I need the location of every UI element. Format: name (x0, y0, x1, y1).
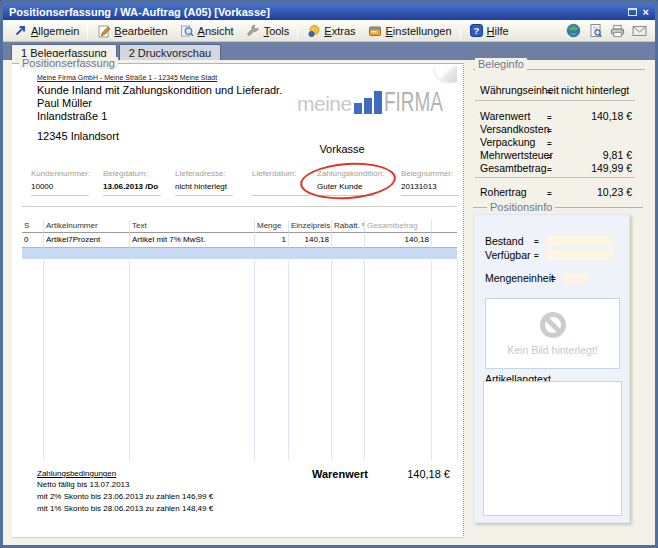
title-bar: Positionserfassung / WA-Auftrag (A05) [V… (3, 3, 655, 20)
info-row-mehrwertsteuer: Mehrwertsteuer = 9,81 € (480, 149, 632, 161)
equals-sign: = (551, 274, 563, 283)
grid-line (331, 260, 332, 460)
menu-extras[interactable]: Extras (300, 21, 361, 40)
grid-line (129, 260, 130, 460)
menu-hilfe[interactable]: ? Hilfe (463, 21, 515, 40)
payment-terms-line: mit 2% Skonto bis 23.06.2013 zu zahlen 1… (37, 492, 213, 501)
beleginfo-panel: Beleginfo Währungseinheit = nicht hinter… (465, 60, 651, 541)
table-row[interactable]: 0 Artikel7Prozent Artikel mit 7% MwSt. 1… (22, 233, 457, 248)
printer-icon[interactable] (610, 23, 625, 38)
grid-line (457, 260, 458, 460)
grid-line (288, 260, 289, 460)
address-line: Kunde Inland mit Zahlungskondition und L… (37, 84, 282, 96)
address-line: 12345 Inlandsort (37, 130, 119, 142)
logo-text-meine: meine (297, 92, 352, 115)
content-area: Positionserfassung Meine Firma GmbH - Me… (7, 60, 651, 541)
field-belegnummer: Belegnummer: 20131013 (401, 169, 467, 196)
page-curl-icon (435, 66, 457, 82)
field-verfuegbar: Verfügbar = (485, 249, 613, 261)
field-bestand: Bestand = (485, 235, 613, 247)
info-row-versandkosten: Versandkosten = (480, 123, 632, 135)
artikellangtext-input[interactable] (483, 381, 622, 516)
payment-terms-line: Netto fällig bis 13.07.2013 (37, 480, 130, 489)
grid-line (431, 260, 432, 460)
no-image-text: Kein Bild hinterlegt! (507, 344, 597, 356)
field-lieferadresse: Lieferadresse: nicht hinterlegt (175, 169, 241, 196)
info-row-warenwert: Warenwert = 140,18 € (480, 110, 632, 122)
verfuegbar-value-box (546, 250, 613, 260)
mengeneinheit-value-box (563, 273, 588, 283)
mail-icon[interactable] (632, 23, 647, 38)
payment-terms-line: mit 1% Skonto bis 28.06.2013 zu zahlen 1… (37, 504, 213, 513)
svg-text:?: ? (473, 25, 479, 36)
tab-druckvorschau[interactable]: 2 Druckvorschau (119, 44, 222, 60)
info-row-gesamtbetrag: Gesamtbetrag = 149,99 € (480, 162, 632, 174)
bestand-value-box (546, 236, 613, 246)
app-window: Positionserfassung / WA-Auftrag (A05) [V… (0, 0, 658, 548)
field-kundennummer: Kundennummer: 10000 (31, 169, 97, 196)
close-window-button[interactable]: × (643, 7, 649, 17)
document-preview-group: Meine Firma GmbH - Meine Straße 1 - 1234… (12, 63, 464, 538)
menu-separator (460, 23, 461, 39)
total-value: 140,18 € (380, 468, 450, 480)
selected-empty-row[interactable] (22, 248, 457, 259)
restore-window-button[interactable] (628, 8, 637, 16)
field-mengeneinheit: Mengeneinheit = (485, 272, 588, 284)
edit-pencil-icon (96, 23, 111, 38)
menu-einstellungen[interactable]: Einstellungen (362, 21, 458, 40)
equals-sign: = (547, 139, 561, 148)
equals-sign: = (547, 189, 561, 198)
separator-line (475, 100, 635, 101)
print-preview-icon[interactable] (588, 23, 603, 38)
table-header: S Artikelnummer Text Menge Einzelpreis R… (22, 220, 457, 233)
menu-separator (87, 23, 88, 39)
equals-sign: = (547, 126, 561, 135)
info-row-waehrungseinheit: Währungseinheit = nicht hinterlegt (480, 84, 632, 96)
menu-allgemein[interactable]: Allgemein (7, 21, 85, 40)
no-image-icon (539, 311, 567, 339)
group-label-beleginfo: Beleginfo (475, 58, 527, 70)
document-preview: Meine Firma GmbH - Meine Straße 1 - 1234… (12, 64, 463, 537)
equals-sign: = (547, 152, 561, 161)
help-icon: ? (469, 23, 484, 38)
equals-sign: = (547, 165, 561, 174)
group-label-positionserfassung: Positionserfassung (19, 57, 118, 69)
group-label-positionsinfo: Positionsinfo (487, 201, 555, 213)
logo-text-firma: FIRMA (384, 90, 443, 115)
sender-line: Meine Firma GmbH - Meine Straße 1 - 1234… (37, 74, 217, 81)
menu-bearbeiten[interactable]: Bearbeiten (90, 21, 173, 40)
grid-line (43, 260, 44, 460)
menu-bar: Allgemein Bearbeiten Ansicht Tools (3, 20, 655, 42)
company-logo: meine FIRMA (297, 90, 468, 115)
grid-line (364, 260, 365, 460)
total-label: Warenwert (312, 468, 368, 480)
article-image-box: Kein Bild hinterlegt! (485, 298, 620, 369)
header-divider (22, 206, 457, 207)
equals-sign: = (547, 87, 561, 96)
globe-icon[interactable] (566, 23, 581, 38)
positionsinfo-panel: Bestand = Verfügbar = Mengeneinheit = (473, 214, 630, 523)
address-line: Paul Müller (37, 97, 92, 109)
settings-icon (368, 23, 383, 38)
wrench-icon (246, 23, 261, 38)
equals-sign: = (547, 113, 561, 122)
window-title: Positionserfassung / WA-Auftrag (A05) [V… (9, 6, 628, 18)
magnifier-icon (180, 23, 195, 38)
menu-tools[interactable]: Tools (240, 21, 296, 40)
info-row-rohertrag: Rohertrag = 10,23 € (480, 186, 632, 198)
grid-line (254, 260, 255, 460)
separator-line (475, 177, 635, 178)
equals-sign: = (534, 251, 546, 260)
payment-terms-title: Zahlungsbedingungen (37, 469, 116, 478)
equals-sign: = (534, 237, 546, 246)
menu-separator (297, 23, 298, 39)
logo-bars-icon (354, 91, 382, 114)
menu-right-icons (566, 23, 651, 38)
document-type: Vorkasse (297, 143, 387, 155)
info-row-verpackung: Verpackung = (480, 136, 632, 148)
arrow-up-right-icon (13, 23, 28, 38)
menu-ansicht[interactable]: Ansicht (174, 21, 240, 40)
address-line: Inlandstraße 1 (37, 110, 107, 122)
extras-ball-icon (306, 23, 321, 38)
field-belegdatum: Belegdatum: 13.06.2013 /Do (103, 169, 169, 196)
